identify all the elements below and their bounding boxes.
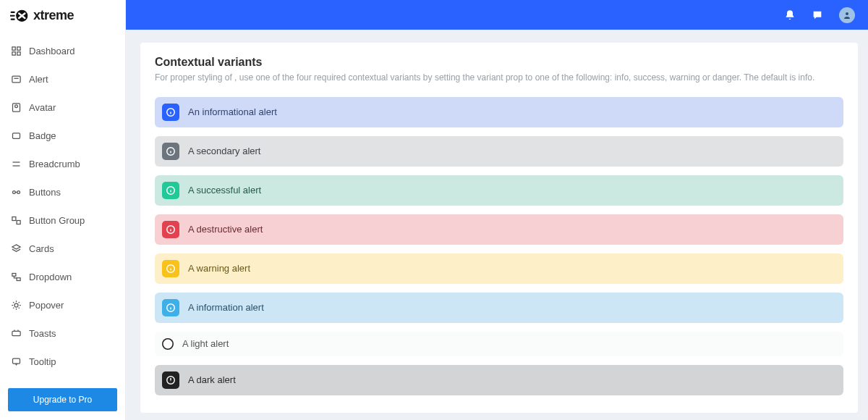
brand-name: xtreme [33,8,74,23]
content-area: Contextual variants For proper styling o… [126,30,868,420]
svg-point-12 [13,191,16,194]
info-circle-icon [162,260,179,277]
avatar-icon [11,102,22,113]
alert-light: A light alert [155,332,843,356]
breadcrumb-icon [11,159,22,169]
alert-list: An informational alert A secondary alert… [155,97,843,395]
sidebar-item-breadcrumb[interactable]: Breadcrumb [0,150,125,178]
topbar [126,0,868,30]
alert-secondary: A secondary alert [155,136,843,167]
alert-text: A destructive alert [188,224,263,235]
svg-point-24 [846,12,848,15]
sidebar-item-label: Button Group [29,215,85,226]
alert-text: A information alert [188,302,264,313]
tooltip-icon [11,356,22,367]
alert-dark: A dark alert [155,365,843,395]
sidebar-item-tooltip[interactable]: Tooltip [0,348,125,376]
cards-icon [11,243,22,254]
svg-rect-44 [167,341,168,345]
dropdown-icon [11,272,22,282]
alert-icon [11,74,22,85]
svg-rect-2 [17,47,20,50]
sidebar: xtreme Dashboard Alert Avatar Badge Brea… [0,0,126,420]
contextual-variants-card: Contextual variants For proper styling o… [140,43,858,413]
badge-icon [11,130,22,141]
svg-rect-4 [17,52,20,55]
sidebar-item-label: Dashboard [29,46,75,56]
notifications-icon[interactable] [784,9,796,21]
sidebar-item-label: Breadcrumb [29,159,80,169]
sidebar-item-popover[interactable]: Popover [0,291,125,319]
info-circle-icon [162,299,179,316]
alert-text: A successful alert [188,185,261,196]
sidebar-item-toasts[interactable]: Toasts [0,319,125,348]
alert-warning: A warning alert [155,253,843,284]
sidebar-item-dropdown[interactable]: Dropdown [0,263,125,291]
sidebar-item-label: Tooltip [29,356,56,367]
svg-rect-16 [17,221,20,224]
svg-rect-15 [12,217,16,221]
button-group-icon [11,215,22,226]
alert-success: A successful alert [155,175,843,206]
messages-icon[interactable] [812,9,823,21]
svg-rect-17 [12,274,16,277]
svg-rect-20 [12,331,20,335]
user-avatar[interactable] [839,7,855,23]
sidebar-item-avatar[interactable]: Avatar [0,93,125,122]
svg-rect-23 [13,358,20,364]
sidebar-item-alert[interactable]: Alert [0,65,125,93]
sidebar-item-label: Toasts [29,328,56,339]
svg-rect-18 [17,278,20,281]
svg-rect-45 [167,345,168,346]
sidebar-item-label: Alert [29,74,48,85]
exclamation-circle-icon [162,371,179,389]
alert-text: An informational alert [188,106,277,117]
sidebar-item-buttons[interactable]: Buttons [0,178,125,206]
svg-rect-3 [12,52,15,55]
sidebar-item-label: Dropdown [29,272,72,282]
info-circle-icon [162,221,179,238]
sidebar-nav: Dashboard Alert Avatar Badge Breadcrumb … [0,30,125,382]
exclamation-circle-icon [162,338,174,350]
alert-text: A warning alert [188,263,250,274]
alert-text: A secondary alert [188,146,260,156]
svg-rect-1 [12,47,15,50]
info-circle-icon [162,143,179,160]
svg-point-8 [15,105,18,108]
sidebar-item-dashboard[interactable]: Dashboard [0,37,125,65]
upgrade-button[interactable]: Upgrade to Pro [8,388,117,411]
sidebar-item-badge[interactable]: Badge [0,122,125,150]
svg-point-19 [14,303,18,307]
sidebar-item-button-group[interactable]: Button Group [0,206,125,235]
svg-point-13 [17,191,20,194]
card-title: Contextual variants [155,56,843,69]
sidebar-item-label: Badge [29,130,56,141]
info-circle-icon [162,104,179,121]
sidebar-item-cards[interactable]: Cards [0,235,125,263]
buttons-icon [11,187,22,198]
upgrade-button-label: Upgrade to Pro [33,395,92,405]
sidebar-item-label: Avatar [29,102,56,113]
alert-primary: An informational alert [155,97,843,127]
sidebar-item-label: Cards [29,243,54,254]
sidebar-item-label: Buttons [29,187,61,198]
brand-logo[interactable]: xtreme [0,0,125,30]
alert-info: A information alert [155,293,843,323]
svg-rect-5 [12,76,20,83]
svg-rect-9 [13,133,20,139]
popover-icon [11,300,22,311]
logo-icon [10,9,29,23]
toasts-icon [11,328,22,339]
card-subtitle: For proper styling of , use one of the f… [155,72,843,84]
info-circle-icon [162,182,179,199]
alert-text: A light alert [182,338,229,349]
sidebar-item-label: Popover [29,300,64,311]
alert-text: A dark alert [188,374,236,385]
alert-danger: A destructive alert [155,214,843,245]
dashboard-icon [11,46,22,56]
